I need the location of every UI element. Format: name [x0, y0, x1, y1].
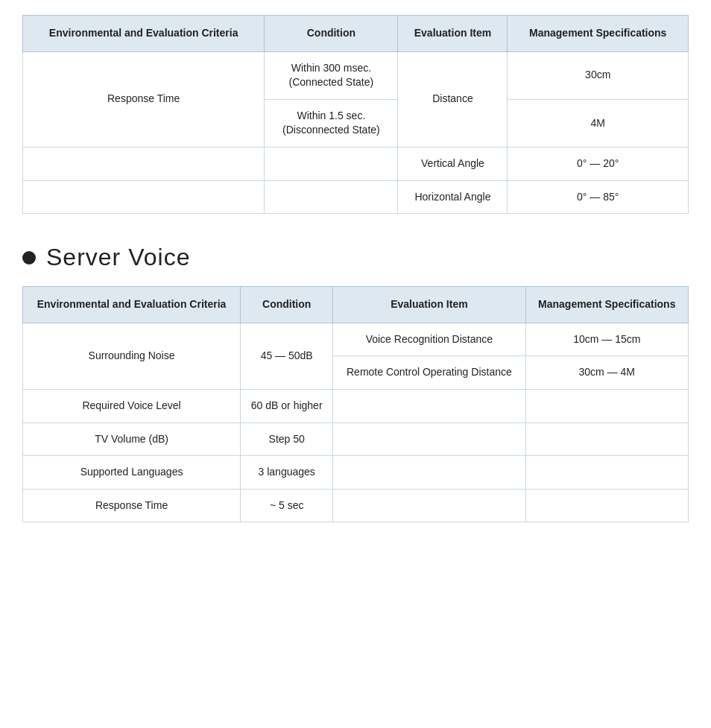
- table-row: Horizontal Angle 0° — 85°: [23, 180, 689, 214]
- bullet-dot: [22, 251, 36, 265]
- cell-item: [333, 489, 525, 522]
- col-header-condition-2: Condition: [241, 287, 333, 323]
- table-row: TV Volume (dB) Step 50: [23, 422, 689, 456]
- cell-criteria: Response Time: [23, 489, 241, 522]
- table-row: Surrounding Noise 45 — 50dB Voice Recogn…: [23, 323, 689, 356]
- cell-condition: 45 — 50dB: [241, 323, 333, 389]
- col-header-spec-2: Management Specifications: [525, 287, 689, 323]
- cell-condition: Within 300 msec.(Connected State): [265, 51, 398, 99]
- table-2: Environmental and Evaluation Criteria Co…: [22, 286, 689, 522]
- cell-condition: [265, 147, 398, 180]
- col-header-condition-1: Condition: [265, 16, 398, 52]
- col-header-item-2: Evaluation Item: [333, 287, 525, 323]
- cell-criteria: Response Time: [23, 51, 265, 147]
- cell-criteria: Required Voice Level: [23, 389, 241, 422]
- col-header-criteria-2: Environmental and Evaluation Criteria: [23, 287, 241, 323]
- cell-spec: 30cm: [508, 51, 689, 99]
- cell-item: [333, 422, 525, 456]
- cell-spec: 0° — 85°: [508, 180, 689, 214]
- cell-criteria: Surrounding Noise: [23, 323, 241, 389]
- cell-item: Voice Recognition Distance: [333, 323, 525, 356]
- col-header-spec-1: Management Specifications: [508, 16, 689, 52]
- cell-spec: [525, 456, 689, 490]
- cell-criteria: [23, 147, 265, 180]
- section-heading: Server Voice: [22, 244, 689, 271]
- section-title: Server Voice: [46, 244, 190, 271]
- cell-criteria: [23, 180, 265, 214]
- cell-condition: ~ 5 sec: [241, 489, 333, 522]
- cell-spec: 10cm — 15cm: [525, 323, 689, 356]
- cell-item: Distance: [398, 51, 508, 147]
- cell-spec: [525, 389, 689, 422]
- table-1: Environmental and Evaluation Criteria Co…: [22, 15, 689, 214]
- table-row: Vertical Angle 0° — 20°: [23, 147, 689, 180]
- cell-item: [333, 389, 525, 422]
- cell-spec: 4M: [508, 99, 689, 147]
- cell-condition: [265, 180, 398, 214]
- cell-spec: [525, 489, 689, 522]
- cell-condition: Step 50: [241, 422, 333, 456]
- col-header-item-1: Evaluation Item: [398, 16, 508, 52]
- cell-condition: 3 languages: [241, 456, 333, 490]
- col-header-criteria-1: Environmental and Evaluation Criteria: [23, 16, 265, 52]
- cell-item: Horizontal Angle: [398, 180, 508, 214]
- table-row: Response Time Within 300 msec.(Connected…: [23, 51, 689, 99]
- cell-criteria: Supported Languages: [23, 456, 241, 490]
- cell-item: [333, 456, 525, 490]
- cell-spec: 0° — 20°: [508, 147, 689, 180]
- table-row: Required Voice Level 60 dB or higher: [23, 389, 689, 422]
- cell-spec: 30cm — 4M: [525, 356, 689, 390]
- cell-item: Remote Control Operating Distance: [333, 356, 525, 390]
- cell-criteria: TV Volume (dB): [23, 422, 241, 456]
- cell-item: Vertical Angle: [398, 147, 508, 180]
- cell-condition: Within 1.5 sec.(Disconnected State): [265, 99, 398, 147]
- table-row: Supported Languages 3 languages: [23, 456, 689, 490]
- cell-condition: 60 dB or higher: [241, 389, 333, 422]
- table-row: Response Time ~ 5 sec: [23, 489, 689, 522]
- cell-spec: [525, 422, 689, 456]
